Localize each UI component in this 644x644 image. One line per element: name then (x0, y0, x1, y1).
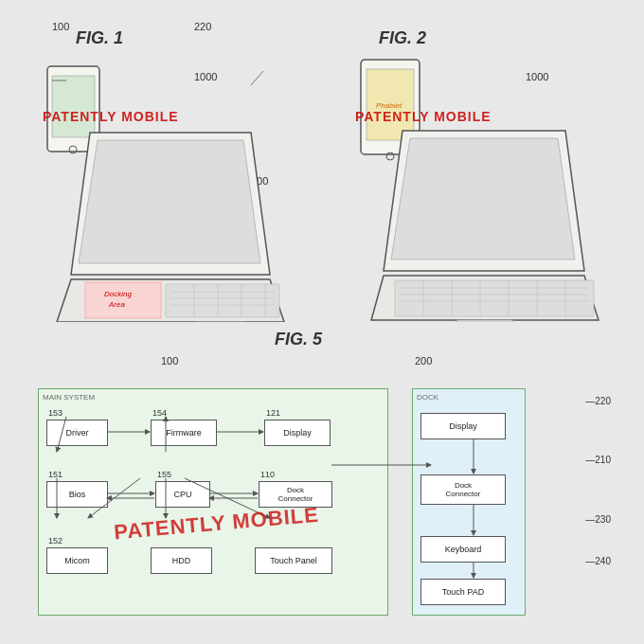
n240-label: —240 (585, 556, 611, 566)
svg-marker-25 (391, 138, 575, 259)
keyboard-box: Keyboard (420, 536, 506, 563)
dock-connector-dock-box: Dock Connector (420, 474, 506, 505)
n110: 110 (260, 470, 275, 479)
fig5-label: FIG. 5 (275, 330, 322, 349)
n151: 151 (48, 470, 63, 479)
n154: 154 (152, 408, 167, 418)
svg-text:Docking: Docking (104, 290, 132, 298)
display-box: Display (264, 420, 331, 446)
svg-rect-27 (395, 280, 594, 316)
touch-pad-box: Touch PAD (420, 579, 506, 605)
display-dock-box: Display (420, 413, 506, 439)
n220-label: —220 (585, 396, 611, 406)
cpu-box: CPU (155, 481, 210, 508)
svg-rect-1 (52, 76, 95, 137)
svg-marker-4 (79, 140, 260, 263)
driver-box: Driver (46, 420, 108, 446)
n200-label: 200 (415, 355, 432, 367)
fig1-watermark: PATENTLY MOBILE (43, 109, 179, 124)
top-section: FIG. 1 PATENTLY MOBILE 100 220 1000 200 … (0, 0, 644, 322)
hdd-box: HDD (151, 547, 212, 574)
bios-box: Bios (46, 481, 108, 508)
n230-label: —230 (585, 514, 611, 525)
svg-line-19 (251, 71, 263, 85)
fig2-laptop-svg: Phablet (327, 28, 630, 322)
fig1-laptop-svg: Docking Area (9, 28, 313, 322)
n152: 152 (48, 536, 63, 546)
dock-label: DOCK (417, 393, 438, 402)
n210-label: —210 (585, 455, 611, 465)
bottom-section: FIG. 5 100 200 MAIN SYSTEM 153 Driver 15… (0, 322, 644, 644)
main-system-label: MAIN SYSTEM (43, 393, 95, 402)
touch-panel-box: Touch Panel (255, 547, 332, 574)
firmware-box: Firmware (151, 420, 217, 446)
n121: 121 (266, 408, 280, 418)
svg-rect-9 (166, 284, 279, 317)
svg-text:Area: Area (108, 300, 125, 309)
fig2-area: FIG. 2 PATENTLY MOBILE 1000 Phablet (322, 0, 644, 322)
block-diagram: 100 200 MAIN SYSTEM 153 Driver 154 Firmw… (19, 360, 625, 635)
n155: 155 (157, 470, 171, 479)
fig1-area: FIG. 1 PATENTLY MOBILE 100 220 1000 200 … (0, 0, 322, 322)
main-system-box: MAIN SYSTEM 153 Driver 154 Firmware 121 … (38, 388, 388, 616)
micom-box: Micom (46, 547, 108, 574)
n100-label: 100 (161, 355, 178, 367)
dock-box: DOCK Display Dock Connector Keyboard Tou… (412, 388, 526, 616)
n153: 153 (48, 408, 63, 418)
fig2-watermark: PATENTLY MOBILE (355, 109, 492, 124)
